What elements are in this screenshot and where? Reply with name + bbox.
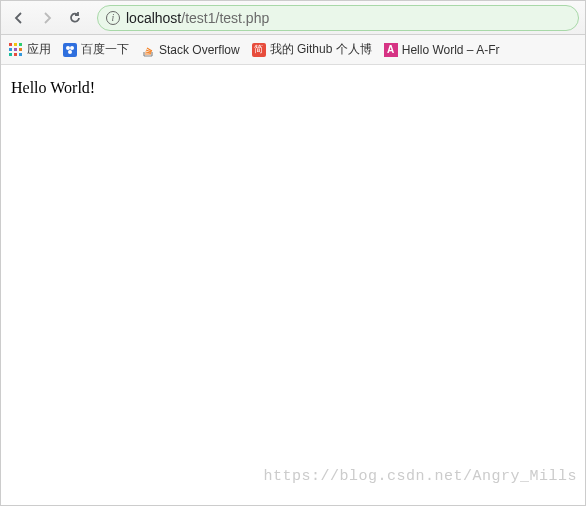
bookmark-stackoverflow[interactable]: Stack Overflow xyxy=(141,43,240,57)
browser-toolbar: i localhost/test1/test.php xyxy=(1,1,585,35)
bookmark-label: Hello World – A-Fr xyxy=(402,43,500,57)
bookmarks-bar: 应用 百度一下 Stack Overflow 简 我的 Github 个人博 A… xyxy=(1,35,585,65)
bookmark-label: 我的 Github 个人博 xyxy=(270,41,372,58)
apps-button[interactable]: 应用 xyxy=(9,41,51,58)
watermark: https://blog.csdn.net/Angry_Mills xyxy=(263,468,577,485)
bookmark-label: 百度一下 xyxy=(81,41,129,58)
bookmark-aframe[interactable]: A Hello World – A-Fr xyxy=(384,43,500,57)
bookmark-github[interactable]: 简 我的 Github 个人博 xyxy=(252,41,372,58)
back-button[interactable] xyxy=(7,6,31,30)
url-text: localhost/test1/test.php xyxy=(126,10,269,26)
apps-label: 应用 xyxy=(27,41,51,58)
jianshu-icon: 简 xyxy=(252,43,266,57)
body-text: Hello World! xyxy=(11,79,95,96)
url-host: localhost xyxy=(126,10,181,26)
bookmark-baidu[interactable]: 百度一下 xyxy=(63,41,129,58)
stackoverflow-icon xyxy=(141,43,155,57)
reload-button[interactable] xyxy=(63,6,87,30)
baidu-icon xyxy=(63,43,77,57)
page-content: Hello World! xyxy=(1,65,585,111)
url-path: /test1/test.php xyxy=(181,10,269,26)
site-info-icon[interactable]: i xyxy=(106,11,120,25)
aframe-icon: A xyxy=(384,43,398,57)
bookmark-label: Stack Overflow xyxy=(159,43,240,57)
apps-icon xyxy=(9,43,23,57)
forward-button[interactable] xyxy=(35,6,59,30)
address-bar[interactable]: i localhost/test1/test.php xyxy=(97,5,579,31)
